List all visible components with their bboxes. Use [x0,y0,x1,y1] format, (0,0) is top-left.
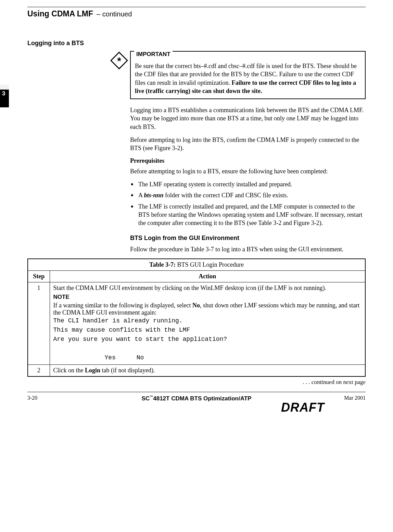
action-bold: Login [85,367,100,374]
prereq-heading: Prerequisites [130,157,366,164]
note-pre: If a warning similar to the following is… [53,302,192,309]
col-header-action: Action [50,270,365,282]
bullet-pre: A [138,192,144,199]
bullet-text: The LMF operating system is correctly in… [138,181,292,188]
table-caption: Table 3-7: BTS GUI Login Procedure [28,259,365,271]
action-cell: Start the CDMA LMF GUI environment by cl… [50,282,365,364]
footer: 3-20 SC™4812T CDMA BTS Optimization/ATP … [27,392,366,415]
action-pre: Click on the [53,367,85,374]
important-body: Be sure that the correct bts–#.cdf and c… [135,62,361,95]
note-label: NOTE [53,294,362,301]
important-star-icon: * [110,52,128,69]
list-item: The LMF operating system is correctly in… [130,180,366,188]
col-header-step: Step [28,270,50,282]
list-item: The LMF is correctly installed and prepa… [130,202,366,227]
prereq-intro: Before attempting to login to a BTS, ens… [130,167,366,175]
chapter-tab-bg [0,85,9,90]
step-cell: 2 [28,364,50,376]
cli-blank [53,344,362,353]
body-para-2: Before attempting to log into the BTS, c… [130,136,366,152]
gui-intro: Follow the procedure in Table 3-7 to log… [130,245,366,253]
prereq-list: The LMF operating system is correctly in… [130,180,366,227]
action-cell: Click on the Login tab (if not displayed… [50,364,365,376]
footer-page: 3-20 [27,395,68,401]
footer-date: Mar 2001 [325,395,366,401]
cli-line-4: Yes No [105,353,362,362]
page-header: Using CDMA LMF – continued [27,9,366,18]
bullet-bold: bts-nnn [144,192,164,199]
important-label: IMPORTANT [134,51,173,58]
action-post: tab (if not displayed). [100,367,155,374]
header-continued: – continued [97,10,132,18]
footer-center: SC™4812T CDMA BTS Optimization/ATP DRAFT [68,395,325,415]
svg-text:*: * [117,55,121,66]
list-item: A bts-nnn folder with the correct CDF an… [130,191,366,199]
header-rule [27,7,366,7]
caption-bold: Table 3-7: [149,261,176,268]
procedure-table: Table 3-7: BTS GUI Login Procedure Step … [27,258,366,377]
footer-sc: SC [142,395,150,401]
header-title: Using CDMA LMF [27,9,93,18]
cli-line-1: The CLI handler is already running. [53,316,362,325]
note-bold: No [192,302,200,309]
caption-rest: BTS GUI Login Procedure [176,261,244,268]
section-title: Logging into a BTS [27,40,366,47]
bullet-text: The LMF is correctly installed and prepa… [138,203,363,227]
footer-rest: 4812T CDMA BTS Optimization/ATP [153,395,251,401]
chapter-number: 3 [2,90,5,97]
table-row: 2 Click on the Login tab (if not display… [28,364,365,376]
bullet-post: folder with the correct CDF and CBSC fil… [164,192,288,199]
body-para-1: Logging into a BTS establishes a communi… [130,106,366,131]
cli-line-2: This may cause conflicts with the LMF [53,325,362,335]
gui-heading: BTS Login from the GUI Environment [130,235,366,242]
table-row: 1 Start the CDMA LMF GUI environment by … [28,282,365,364]
important-box: * IMPORTANT Be sure that the correct bts… [130,51,366,99]
action-text: Start the CDMA LMF GUI environment by cl… [53,284,326,291]
step-cell: 1 [28,282,50,364]
cli-line-3: Are you sure you want to start the appli… [53,335,362,344]
draft-watermark: DRAFT [68,400,325,415]
continued-text: . . . continued on next page [27,379,366,386]
footer-tm: ™ [150,395,153,399]
